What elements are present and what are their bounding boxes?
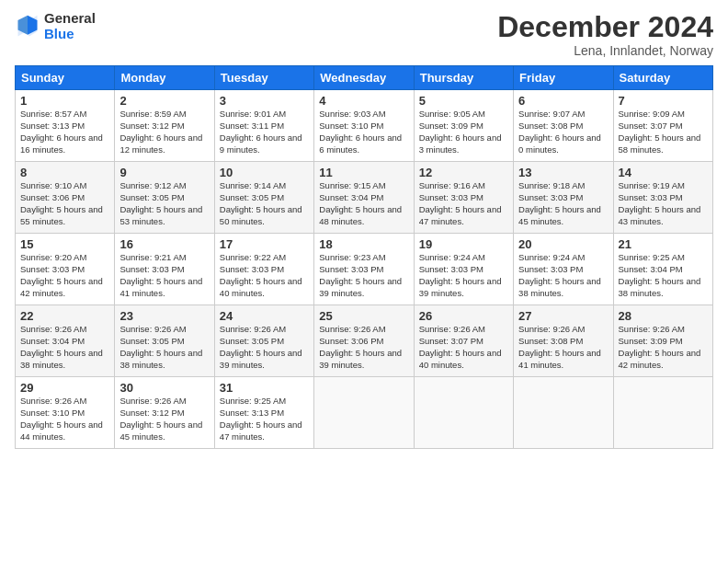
- cell-text: Sunrise: 9:26 AMSunset: 3:05 PMDaylight:…: [119, 324, 202, 369]
- header-saturday: Saturday: [613, 66, 712, 90]
- day-number: 22: [20, 309, 109, 323]
- day-number: 10: [220, 166, 309, 179]
- calendar-cell: 17 Sunrise: 9:22 AMSunset: 3:03 PMDaylig…: [214, 234, 313, 305]
- day-number: 29: [20, 381, 109, 395]
- header-thursday: Thursday: [414, 66, 513, 90]
- logo: General Blue: [15, 11, 96, 41]
- calendar-cell: 20 Sunrise: 9:24 AMSunset: 3:03 PMDaylig…: [514, 234, 613, 305]
- calendar-cell: 27 Sunrise: 9:26 AMSunset: 3:08 PMDaylig…: [514, 305, 613, 377]
- calendar-cell: 5 Sunrise: 9:05 AMSunset: 3:09 PMDayligh…: [414, 90, 513, 162]
- cell-text: Sunrise: 9:26 AMSunset: 3:12 PMDaylight:…: [119, 396, 202, 441]
- day-number: 14: [619, 166, 708, 179]
- logo-general: General: [44, 11, 96, 27]
- cell-text: Sunrise: 8:57 AMSunset: 3:13 PMDaylight:…: [20, 109, 103, 154]
- cell-text: Sunrise: 9:21 AMSunset: 3:03 PMDaylight:…: [119, 252, 202, 297]
- calendar-cell: 10 Sunrise: 9:14 AMSunset: 3:05 PMDaylig…: [214, 162, 313, 234]
- day-number: 27: [518, 309, 608, 323]
- cell-text: Sunrise: 9:16 AMSunset: 3:03 PMDaylight:…: [419, 180, 502, 225]
- header: General Blue December 2024 Lena, Innland…: [15, 11, 713, 58]
- cell-text: Sunrise: 8:59 AMSunset: 3:12 PMDaylight:…: [119, 109, 202, 154]
- calendar-cell: 24 Sunrise: 9:26 AMSunset: 3:05 PMDaylig…: [214, 305, 313, 377]
- cell-text: Sunrise: 9:12 AMSunset: 3:05 PMDaylight:…: [119, 180, 202, 225]
- cell-text: Sunrise: 9:26 AMSunset: 3:08 PMDaylight:…: [518, 324, 601, 369]
- calendar-cell: 9 Sunrise: 9:12 AMSunset: 3:05 PMDayligh…: [115, 162, 214, 234]
- day-number: 8: [20, 166, 109, 179]
- cell-text: Sunrise: 9:26 AMSunset: 3:10 PMDaylight:…: [20, 396, 103, 441]
- cell-text: Sunrise: 9:26 AMSunset: 3:06 PMDaylight:…: [319, 324, 402, 369]
- day-number: 12: [419, 166, 508, 179]
- cell-text: Sunrise: 9:01 AMSunset: 3:11 PMDaylight:…: [220, 109, 302, 154]
- calendar-cell: 29 Sunrise: 9:26 AMSunset: 3:10 PMDaylig…: [16, 377, 115, 449]
- cell-text: Sunrise: 9:14 AMSunset: 3:05 PMDaylight:…: [220, 180, 302, 225]
- calendar-cell: 14 Sunrise: 9:19 AMSunset: 3:03 PMDaylig…: [613, 162, 712, 234]
- calendar-cell: 31 Sunrise: 9:25 AMSunset: 3:13 PMDaylig…: [214, 377, 313, 449]
- location: Lena, Innlandet, Norway: [497, 43, 713, 58]
- day-number: 9: [119, 166, 209, 179]
- cell-text: Sunrise: 9:07 AMSunset: 3:08 PMDaylight:…: [518, 109, 601, 154]
- cell-text: Sunrise: 9:23 AMSunset: 3:03 PMDaylight:…: [319, 252, 402, 297]
- day-number: 17: [220, 237, 309, 251]
- calendar-cell: 3 Sunrise: 9:01 AMSunset: 3:11 PMDayligh…: [214, 90, 313, 162]
- day-headers: Sunday Monday Tuesday Wednesday Thursday…: [16, 66, 713, 90]
- day-number: 24: [220, 309, 309, 323]
- cell-text: Sunrise: 9:24 AMSunset: 3:03 PMDaylight:…: [518, 252, 601, 297]
- cell-text: Sunrise: 9:25 AMSunset: 3:04 PMDaylight:…: [619, 252, 701, 297]
- calendar-cell: 12 Sunrise: 9:16 AMSunset: 3:03 PMDaylig…: [414, 162, 513, 234]
- calendar-body: 1 Sunrise: 8:57 AMSunset: 3:13 PMDayligh…: [16, 90, 713, 449]
- day-number: 28: [619, 309, 708, 323]
- calendar-table: Sunday Monday Tuesday Wednesday Thursday…: [15, 65, 713, 449]
- calendar-week-1: 1 Sunrise: 8:57 AMSunset: 3:13 PMDayligh…: [16, 90, 713, 162]
- day-number: 5: [419, 94, 508, 108]
- cell-text: Sunrise: 9:26 AMSunset: 3:09 PMDaylight:…: [619, 324, 701, 369]
- cell-text: Sunrise: 9:09 AMSunset: 3:07 PMDaylight:…: [619, 109, 701, 154]
- calendar-cell: [314, 377, 414, 449]
- calendar-cell: 23 Sunrise: 9:26 AMSunset: 3:05 PMDaylig…: [115, 305, 214, 377]
- header-sunday: Sunday: [16, 66, 115, 90]
- calendar-cell: 7 Sunrise: 9:09 AMSunset: 3:07 PMDayligh…: [613, 90, 712, 162]
- calendar-cell: 4 Sunrise: 9:03 AMSunset: 3:10 PMDayligh…: [314, 90, 414, 162]
- day-number: 11: [319, 166, 408, 179]
- calendar-week-2: 8 Sunrise: 9:10 AMSunset: 3:06 PMDayligh…: [16, 162, 713, 234]
- cell-text: Sunrise: 9:19 AMSunset: 3:03 PMDaylight:…: [619, 180, 701, 225]
- day-number: 26: [419, 309, 508, 323]
- day-number: 23: [119, 309, 209, 323]
- day-number: 31: [220, 381, 309, 395]
- calendar-cell: [613, 377, 712, 449]
- calendar-cell: 25 Sunrise: 9:26 AMSunset: 3:06 PMDaylig…: [314, 305, 414, 377]
- day-number: 1: [20, 94, 109, 108]
- cell-text: Sunrise: 9:15 AMSunset: 3:04 PMDaylight:…: [319, 180, 402, 225]
- calendar-cell: 19 Sunrise: 9:24 AMSunset: 3:03 PMDaylig…: [414, 234, 513, 305]
- day-number: 18: [319, 237, 408, 251]
- cell-text: Sunrise: 9:10 AMSunset: 3:06 PMDaylight:…: [20, 180, 103, 225]
- calendar-cell: 30 Sunrise: 9:26 AMSunset: 3:12 PMDaylig…: [115, 377, 214, 449]
- cell-text: Sunrise: 9:03 AMSunset: 3:10 PMDaylight:…: [319, 109, 402, 154]
- cell-text: Sunrise: 9:20 AMSunset: 3:03 PMDaylight:…: [20, 252, 103, 297]
- calendar-cell: 1 Sunrise: 8:57 AMSunset: 3:13 PMDayligh…: [16, 90, 115, 162]
- day-number: 19: [419, 237, 508, 251]
- calendar-cell: 2 Sunrise: 8:59 AMSunset: 3:12 PMDayligh…: [115, 90, 214, 162]
- day-number: 13: [518, 166, 608, 179]
- day-number: 20: [518, 237, 608, 251]
- calendar-cell: 11 Sunrise: 9:15 AMSunset: 3:04 PMDaylig…: [314, 162, 414, 234]
- day-number: 3: [220, 94, 309, 108]
- calendar-cell: [414, 377, 513, 449]
- day-number: 2: [119, 94, 209, 108]
- logo-icon: [15, 14, 40, 40]
- cell-text: Sunrise: 9:26 AMSunset: 3:04 PMDaylight:…: [20, 324, 103, 369]
- calendar-cell: 26 Sunrise: 9:26 AMSunset: 3:07 PMDaylig…: [414, 305, 513, 377]
- day-number: 30: [119, 381, 209, 395]
- calendar-cell: 13 Sunrise: 9:18 AMSunset: 3:03 PMDaylig…: [514, 162, 613, 234]
- cell-text: Sunrise: 9:22 AMSunset: 3:03 PMDaylight:…: [220, 252, 302, 297]
- logo-text: General Blue: [44, 11, 96, 41]
- logo-blue: Blue: [44, 27, 96, 42]
- calendar-container: General Blue December 2024 Lena, Innland…: [0, 0, 728, 456]
- cell-text: Sunrise: 9:26 AMSunset: 3:05 PMDaylight:…: [220, 324, 302, 369]
- month-title: December 2024: [497, 11, 713, 43]
- calendar-cell: 15 Sunrise: 9:20 AMSunset: 3:03 PMDaylig…: [16, 234, 115, 305]
- calendar-cell: 8 Sunrise: 9:10 AMSunset: 3:06 PMDayligh…: [16, 162, 115, 234]
- calendar-cell: 21 Sunrise: 9:25 AMSunset: 3:04 PMDaylig…: [613, 234, 712, 305]
- day-number: 16: [119, 237, 209, 251]
- header-friday: Friday: [514, 66, 613, 90]
- cell-text: Sunrise: 9:25 AMSunset: 3:13 PMDaylight:…: [220, 396, 302, 441]
- header-monday: Monday: [115, 66, 214, 90]
